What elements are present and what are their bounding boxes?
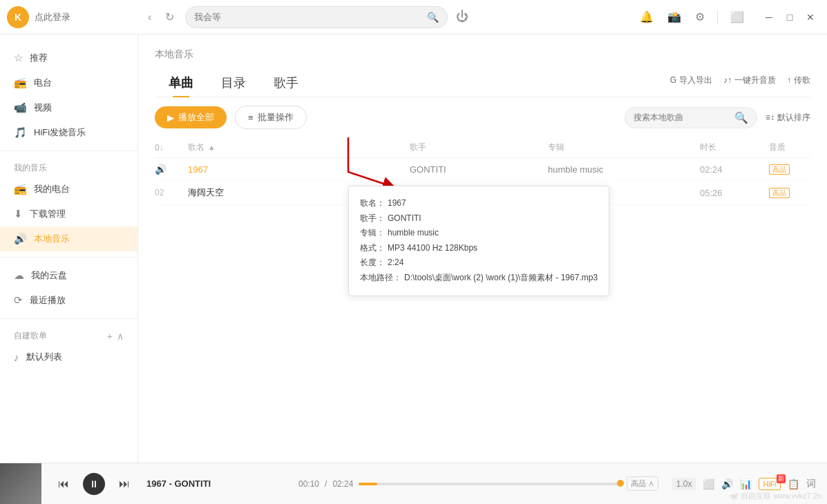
tooltip-name-value: 1967 xyxy=(388,196,406,211)
total-time: 02:24 xyxy=(332,479,353,489)
col-header-name[interactable]: 歌名 ▲ xyxy=(188,142,410,153)
song-album: humble music xyxy=(548,164,700,175)
playlist-button[interactable]: 📋 xyxy=(788,478,799,490)
song-number: 02 xyxy=(155,188,188,197)
col-header-album: 专辑 xyxy=(548,142,700,153)
screen-button[interactable]: ⬜ xyxy=(703,478,714,490)
tooltip-artist-label: 歌手： xyxy=(360,211,385,226)
star-icon: ☆ xyxy=(14,52,23,64)
one-key-enhance-button[interactable]: ♪↑ 一键升音质 xyxy=(723,75,776,86)
quality-badge: 高品 xyxy=(769,188,790,198)
song-number: 🔊 xyxy=(155,164,188,175)
sort-icon: ≡↕ xyxy=(766,113,774,122)
song-list-header: 0↓ 歌名 ▲ 歌手 专辑 时长 音质 xyxy=(155,137,810,158)
music-note-icon: ♪ xyxy=(14,351,19,363)
sidebar-item-recent[interactable]: ⟳ 最近播放 xyxy=(0,288,137,313)
notification-icon[interactable]: 🔔 xyxy=(636,8,658,26)
minimize-button[interactable]: ─ xyxy=(759,8,779,27)
hifi-icon: 🎵 xyxy=(14,126,27,139)
play-icon: ▶ xyxy=(167,113,174,123)
screenshot-icon[interactable]: 📸 xyxy=(663,8,685,26)
batch-op-button[interactable]: ≡ 批量操作 xyxy=(235,106,307,129)
sidebar-item-default-list[interactable]: ♪ 默认列表 xyxy=(0,345,137,369)
tooltip-artist-value: GONTITI xyxy=(388,211,421,226)
app-logo: K xyxy=(7,6,29,28)
sidebar-label-hifi: HiFi发烧音乐 xyxy=(34,126,86,139)
toggle-playlist-button[interactable]: ∧ xyxy=(117,331,124,342)
import-export-icon: G xyxy=(670,75,676,85)
sidebar-item-my-radio[interactable]: 📻 我的电台 xyxy=(0,177,137,202)
sidebar-item-video[interactable]: 📹 视频 xyxy=(0,95,137,120)
sidebar-item-download[interactable]: ⬇ 下载管理 xyxy=(0,202,137,226)
volume-button[interactable]: 🔊 xyxy=(721,478,733,490)
sidebar-item-radio[interactable]: 📻 电台 xyxy=(0,70,137,95)
time-separator: / xyxy=(325,479,327,489)
lyrics-button[interactable]: 词 xyxy=(806,478,816,490)
quality-select-button[interactable]: 高品 ∧ xyxy=(627,476,658,491)
maximize-button[interactable]: □ xyxy=(780,8,799,27)
prev-button[interactable]: ⏮ xyxy=(53,473,75,495)
recent-icon: ⟳ xyxy=(14,294,23,307)
tooltip-duration-value: 2:24 xyxy=(388,255,403,271)
equalizer-button[interactable]: 📊 xyxy=(740,478,752,490)
page-title: 本地音乐 xyxy=(155,48,810,61)
sidebar-divider-2 xyxy=(0,257,137,258)
search-input[interactable] xyxy=(194,12,421,22)
login-button[interactable]: 点此登录 xyxy=(35,11,70,23)
tab-catalog[interactable]: 目录 xyxy=(207,69,260,97)
tab-single[interactable]: 单曲 xyxy=(155,69,207,97)
sidebar-label-cloud: 我的云盘 xyxy=(31,269,67,282)
player-right-controls: 1.0x ⬜ 🔊 📊 HiFi 📋 词 xyxy=(672,478,827,490)
speed-display[interactable]: 1.0x xyxy=(672,478,696,490)
sidebar-item-local-music[interactable]: 🔊 本地音乐 xyxy=(0,226,137,251)
sidebar-item-cloud[interactable]: ☁ 我的云盘 xyxy=(0,263,137,288)
tab-artist[interactable]: 歌手 xyxy=(260,69,312,97)
next-button[interactable]: ⏭ xyxy=(113,473,135,495)
sidebar-divider-1 xyxy=(0,151,137,151)
table-row[interactable]: 🔊 1967 GONTITI humble music 02:24 高品 歌名：… xyxy=(155,158,810,181)
playlist-actions: + ∧ xyxy=(107,331,124,342)
tooltip-path-row: 本地路径： D:\tools\桌面\work (2) \work (1)\音频素… xyxy=(360,271,598,286)
sidebar: ☆ 推荐 📻 电台 📹 视频 🎵 HiFi发烧音乐 我的音乐 📻 我的电台 ⬇ … xyxy=(0,35,138,463)
speaker-icon: 🔊 xyxy=(14,233,27,245)
col-header-num: 0↓ xyxy=(155,143,188,153)
close-button[interactable]: ✕ xyxy=(801,8,820,27)
sidebar-label-local-music: 本地音乐 xyxy=(34,233,70,245)
tooltip-album-row: 专辑： humble music xyxy=(360,226,598,241)
player-progress: 00:10 / 02:24 高品 ∧ xyxy=(285,476,672,491)
tooltip-name-row: 歌名： 1967 xyxy=(360,196,598,211)
settings-icon[interactable]: ⚙ xyxy=(691,8,709,26)
col-header-artist: 歌手 xyxy=(410,142,548,153)
refresh-button[interactable]: ↻ xyxy=(162,8,177,26)
search-icon: 🔍 xyxy=(427,12,439,23)
play-all-button[interactable]: ▶ 播放全部 xyxy=(155,106,227,128)
my-radio-icon: 📻 xyxy=(14,183,27,195)
player-bar-inner: ⏮ ⏸ ⏭ 1967 - GONTITI 00:10 / 02:24 高品 ∧ … xyxy=(0,463,827,505)
sidebar-label-recommend: 推荐 xyxy=(30,52,48,64)
tooltip-album-label: 专辑： xyxy=(360,226,385,241)
video-icon: 📹 xyxy=(14,101,27,114)
upload-button[interactable]: ↑ 传歌 xyxy=(787,75,810,86)
window-controls: ─ □ ✕ xyxy=(759,8,820,27)
song-name: 1967 xyxy=(188,164,410,175)
pause-button[interactable]: ⏸ xyxy=(83,473,105,495)
sidebar-item-recommend[interactable]: ☆ 推荐 xyxy=(0,46,137,70)
hifi-button[interactable]: HiFi xyxy=(759,478,781,490)
sort-button[interactable]: ≡↕ 默认排序 xyxy=(766,112,810,124)
player-song-title: 1967 - GONTITI xyxy=(146,478,285,489)
song-list: 0↓ 歌名 ▲ 歌手 专辑 时长 音质 🔊 1967 GONTITI humbl… xyxy=(138,137,827,463)
sidebar-item-hifi[interactable]: 🎵 HiFi发烧音乐 xyxy=(0,120,137,145)
import-export-button[interactable]: G 导入导出 xyxy=(670,75,712,86)
toolbar-right: 🔍 ≡↕ 默认排序 xyxy=(625,107,810,128)
sidebar-label-default-list: 默认列表 xyxy=(26,351,62,363)
progress-bar[interactable] xyxy=(359,483,620,485)
add-playlist-button[interactable]: + xyxy=(107,331,113,342)
local-search-input[interactable] xyxy=(634,113,730,122)
quality-badge: 高品 xyxy=(769,164,790,175)
download-icon: ⬇ xyxy=(14,208,23,220)
back-button[interactable]: ‹ xyxy=(145,8,154,26)
skin-icon[interactable]: ⬜ xyxy=(726,8,748,26)
power-button[interactable]: ⏻ xyxy=(456,10,468,24)
local-search-icon: 🔍 xyxy=(734,111,748,124)
my-music-section-label: 我的音乐 xyxy=(0,157,137,177)
